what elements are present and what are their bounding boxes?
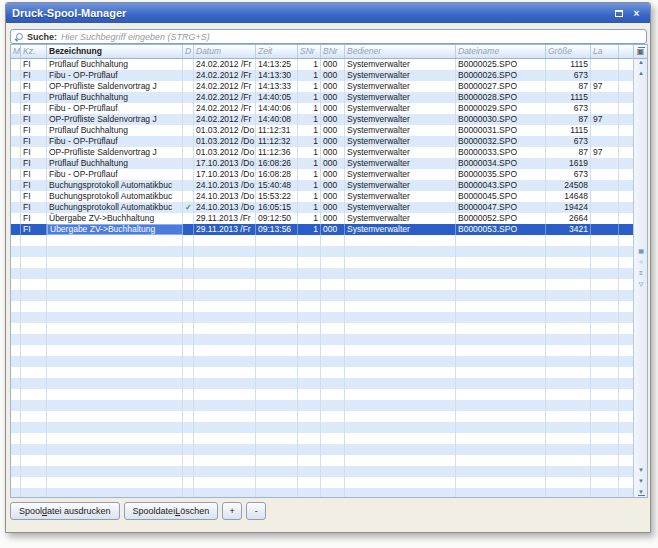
cell-name xyxy=(47,312,183,323)
plus-button[interactable]: + xyxy=(222,502,242,520)
table-row[interactable]: FIOP-Prüfliste Saldenvortrag J01.03.2012… xyxy=(11,147,633,158)
table-row[interactable]: FIOP-Prüfliste Saldenvortrag J24.02.2012… xyxy=(11,81,633,92)
cell-datum: 17.10.2013 /Do xyxy=(194,169,256,180)
cell-name xyxy=(47,235,183,246)
column-header-zeit[interactable]: Zeit xyxy=(256,45,298,58)
cell-snr xyxy=(298,400,321,411)
cell-zeit: 09:12:50 xyxy=(256,213,298,224)
column-header-name[interactable]: Bezeichnung xyxy=(47,45,183,58)
restore-icon[interactable] xyxy=(611,7,626,20)
cell-snr: 1 xyxy=(298,136,321,147)
column-header-m[interactable]: M xyxy=(11,45,21,58)
table-row[interactable]: FIFibu - OP-Prüflauf01.03.2012 /Do11:12:… xyxy=(11,136,633,147)
cell-m xyxy=(11,345,21,356)
vertical-scrollbar[interactable]: ▣ ▲▲▲ ▦○≡▽ ▼▼▼ xyxy=(633,45,647,497)
cell-kz xyxy=(21,356,47,367)
cell-datum xyxy=(194,400,256,411)
table-row[interactable]: FIPrüflauf Buchhaltung24.02.2012 /Fr14:4… xyxy=(11,92,633,103)
cell-zeit: 16:08:26 xyxy=(256,158,298,169)
page-down-icon[interactable]: ▼ xyxy=(634,475,648,486)
cell-datei: B0000034.SPO xyxy=(456,158,546,169)
column-header-groesse[interactable]: Größe xyxy=(546,45,591,58)
card-view-icon[interactable]: ▦ xyxy=(634,245,648,256)
cell-datum xyxy=(194,246,256,257)
cell-name: Fibu - OP-Prüflauf xyxy=(47,136,183,147)
cell-kz: FI xyxy=(21,169,47,180)
cell-datei xyxy=(456,378,546,389)
column-header-bediener[interactable]: Bediener xyxy=(345,45,456,58)
cell-bnr: 000 xyxy=(321,103,345,114)
search-bar[interactable]: Suche: xyxy=(10,29,647,44)
empty-table-row xyxy=(11,356,633,367)
cell-datum: 29.11.2013 /Fr xyxy=(194,213,256,224)
search-input[interactable] xyxy=(61,32,642,42)
cell-la xyxy=(591,180,619,191)
print-spool-button[interactable]: Spooldatei ausdrucken xyxy=(10,502,120,520)
cell-datei xyxy=(456,367,546,378)
column-header-datum[interactable]: Datum xyxy=(194,45,256,58)
cell-datum xyxy=(194,290,256,301)
column-header-la[interactable]: La xyxy=(591,45,619,58)
cell-groesse: 1619 xyxy=(546,158,591,169)
cell-snr xyxy=(298,345,321,356)
table-row[interactable]: FIÜbergabe ZV->Buchhaltung29.11.2013 /Fr… xyxy=(11,213,633,224)
cell-kz: FI xyxy=(21,180,47,191)
cell-name xyxy=(47,301,183,312)
table-row[interactable]: FIPrüflauf Buchhaltung17.10.2013 /Do16:0… xyxy=(11,158,633,169)
cell-bnr xyxy=(321,257,345,268)
cell-d xyxy=(183,411,194,422)
cell-m xyxy=(11,378,21,389)
column-header-snr[interactable]: SNr xyxy=(298,45,321,58)
scroll-to-bottom-icon[interactable]: ▼ xyxy=(634,486,648,497)
line-up-icon[interactable]: ▲ xyxy=(634,67,648,78)
cell-m xyxy=(11,125,21,136)
cell-la xyxy=(591,224,619,235)
table-row[interactable]: FIFibu - OP-Prüflauf24.02.2012 /Fr14:40:… xyxy=(11,103,633,114)
cell-groesse xyxy=(546,411,591,422)
line-down-icon[interactable]: ▼ xyxy=(634,464,648,475)
cell-groesse xyxy=(546,235,591,246)
table-row[interactable]: FIFibu - OP-Prüflauf17.10.2013 /Do16:08:… xyxy=(11,169,633,180)
cell-snr xyxy=(298,246,321,257)
cell-m xyxy=(11,488,21,497)
column-header-d[interactable]: D xyxy=(183,45,194,58)
cell-m xyxy=(11,455,21,466)
cell-datum xyxy=(194,378,256,389)
table-row[interactable]: FIÜbergabe ZV->Buchhaltung29.11.2013 /Fr… xyxy=(11,224,633,235)
filter-icon[interactable]: ▽ xyxy=(634,278,648,289)
scroll-to-top-icon[interactable]: ▲ xyxy=(634,45,648,56)
cell-snr: 1 xyxy=(298,59,321,70)
search-rows-icon[interactable]: ○ xyxy=(634,256,648,267)
table-row[interactable]: FIFibu - OP-Prüflauf24.02.2012 /Fr14:13:… xyxy=(11,70,633,81)
cell-bnr xyxy=(321,411,345,422)
minus-button[interactable]: - xyxy=(246,502,266,520)
column-header-kz[interactable]: Kz. xyxy=(21,45,47,58)
column-header-bnr[interactable]: BNr xyxy=(321,45,345,58)
empty-table-row xyxy=(11,268,633,279)
cell-bediener: Systemverwalter xyxy=(345,169,456,180)
summary-icon[interactable]: ≡ xyxy=(634,267,648,278)
cell-datei xyxy=(456,444,546,455)
table-row[interactable]: FIOP-Prüfliste Saldenvortrag J24.02.2012… xyxy=(11,114,633,125)
table-row[interactable]: FIBuchungsprotokoll Automatikbuc24.10.20… xyxy=(11,180,633,191)
table-row[interactable]: FIBuchungsprotokoll Automatikbuc✓24.10.2… xyxy=(11,202,633,213)
cell-groesse xyxy=(546,455,591,466)
table-row[interactable]: FIBuchungsprotokoll Automatikbuc24.10.20… xyxy=(11,191,633,202)
cell-m xyxy=(11,70,21,81)
cell-name: OP-Prüfliste Saldenvortrag J xyxy=(47,147,183,158)
cell-zeit: 16:05:15 xyxy=(256,202,298,213)
empty-table-row xyxy=(11,235,633,246)
cell-bediener xyxy=(345,323,456,334)
delete-spool-button[interactable]: Spooldatei Löschen xyxy=(124,502,219,520)
table-row[interactable]: FIPrüflauf Buchhaltung24.02.2012 /Fr14:1… xyxy=(11,59,633,70)
cell-m xyxy=(11,290,21,301)
cell-la xyxy=(591,103,619,114)
cell-datum: 29.11.2013 /Fr xyxy=(194,224,256,235)
cell-datei: B0000043.SPO xyxy=(456,180,546,191)
table-row[interactable]: FIPrüflauf Buchhaltung01.03.2012 /Do11:1… xyxy=(11,125,633,136)
cell-datei: B0000029.SPO xyxy=(456,103,546,114)
close-icon[interactable]: × xyxy=(629,7,644,20)
page-up-icon[interactable]: ▲ xyxy=(634,56,648,67)
cell-bediener xyxy=(345,279,456,290)
column-header-datei[interactable]: Dateiname xyxy=(456,45,546,58)
